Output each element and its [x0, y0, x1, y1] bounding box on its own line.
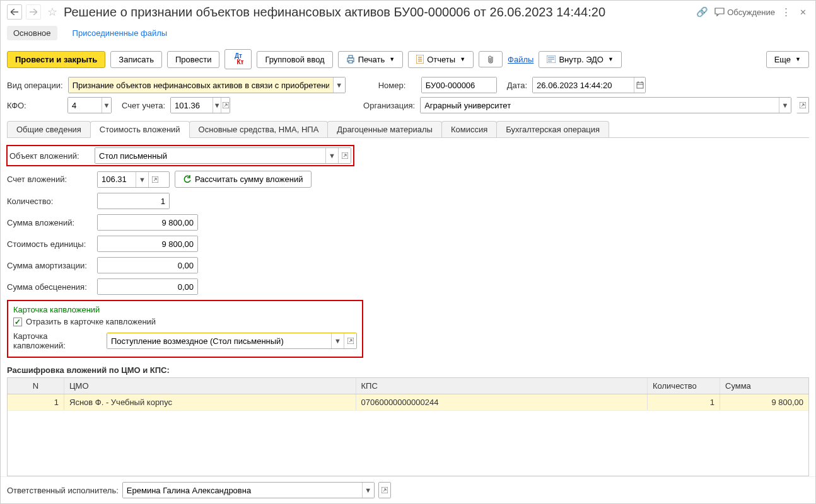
column-kps[interactable]: КПС — [356, 378, 648, 394]
tab-accounting[interactable]: Бухгалтерская операция — [496, 121, 609, 137]
refresh-icon — [183, 175, 192, 184]
amortization-field[interactable] — [97, 257, 198, 273]
number-input[interactable] — [422, 77, 496, 93]
dropdown-button[interactable]: ▼ — [213, 98, 221, 113]
save-button[interactable]: Записать — [110, 51, 162, 68]
group-input-button[interactable]: Групповой ввод — [257, 51, 332, 68]
discussion-button[interactable]: Обсуждение — [714, 8, 775, 17]
files-link[interactable]: Файлы — [508, 55, 533, 64]
more-menu-icon[interactable]: ⋮ — [781, 6, 791, 18]
investment-object-label: Объект вложений: — [9, 151, 90, 161]
kfo-input[interactable] — [68, 98, 102, 113]
more-button[interactable]: Еще ▼ — [766, 51, 809, 68]
section-tab-attached-files[interactable]: Присоединенные файлы — [66, 26, 174, 40]
discussion-label: Обсуждение — [727, 8, 775, 17]
open-button[interactable] — [338, 148, 351, 163]
kfo-field[interactable]: ▼ — [67, 97, 112, 113]
column-cmo[interactable]: ЦМО — [64, 378, 356, 394]
open-button[interactable] — [148, 172, 161, 187]
organization-input[interactable] — [421, 98, 779, 113]
caret-down-icon: ▼ — [389, 56, 395, 62]
open-button[interactable] — [379, 483, 390, 498]
unit-cost-label: Стоимость единицы: — [7, 239, 92, 249]
column-n[interactable]: N — [8, 378, 64, 394]
dropdown-button[interactable]: ▼ — [779, 98, 791, 113]
calendar-icon — [636, 81, 644, 89]
link-icon[interactable]: 🔗 — [696, 6, 708, 18]
more-label: Еще — [774, 55, 791, 64]
capital-card-label: Карточка капвложений: — [13, 331, 102, 350]
quantity-input[interactable] — [98, 193, 169, 209]
responsible-field[interactable]: ▼ — [122, 482, 375, 498]
close-button[interactable]: ✕ — [797, 8, 809, 17]
investment-object-field[interactable]: ▼ — [95, 147, 351, 164]
capital-card-title: Карточка капвложений — [13, 305, 357, 314]
amortization-input[interactable] — [98, 258, 197, 273]
responsible-input[interactable] — [123, 483, 362, 498]
arrow-right-icon — [30, 9, 37, 15]
cell-n: 1 — [8, 394, 64, 410]
investment-account-input[interactable] — [98, 172, 136, 187]
print-button[interactable]: Печать ▼ — [338, 51, 404, 68]
dropdown-button[interactable]: ▼ — [333, 77, 345, 93]
dropdown-button[interactable]: ▼ — [331, 333, 344, 348]
column-sum[interactable]: Сумма — [720, 378, 808, 394]
svg-rect-1 — [349, 55, 353, 58]
svg-rect-8 — [637, 83, 643, 88]
investment-object-input[interactable] — [95, 148, 325, 163]
post-and-close-button[interactable]: Провести и закрыть — [7, 51, 105, 68]
open-button[interactable] — [221, 98, 230, 113]
arrow-left-icon — [11, 9, 18, 15]
section-tab-main[interactable]: Основное — [7, 26, 57, 40]
favorite-star-icon[interactable]: ☆ — [47, 5, 57, 19]
recalculate-button[interactable]: Рассчитать сумму вложений — [175, 171, 312, 188]
investment-sum-input[interactable] — [98, 215, 197, 230]
responsible-open[interactable] — [378, 482, 391, 498]
print-label: Печать — [358, 55, 385, 64]
table-row[interactable]: 1 Яснов Ф. - Учебный корпус 070600000000… — [8, 394, 808, 411]
unit-cost-field[interactable] — [97, 236, 198, 252]
investment-sum-field[interactable] — [97, 214, 198, 231]
tab-precious[interactable]: Драгоценные материалы — [327, 121, 442, 137]
tab-commission[interactable]: Комиссия — [441, 121, 497, 137]
date-field[interactable] — [532, 77, 646, 93]
reports-button[interactable]: Отчеты ▼ — [408, 51, 474, 68]
investment-account-field[interactable]: ▼ — [97, 171, 170, 188]
impairment-label: Сумма обесценения: — [7, 282, 92, 292]
operation-type-input[interactable] — [69, 77, 333, 93]
internal-edo-button[interactable]: Внутр. ЭДО ▼ — [539, 51, 622, 68]
dropdown-button[interactable]: ▼ — [136, 172, 148, 187]
column-quantity[interactable]: Количество — [648, 378, 720, 394]
unit-cost-input[interactable] — [98, 236, 197, 251]
organization-open[interactable] — [796, 97, 809, 113]
post-button[interactable]: Провести — [167, 51, 220, 68]
organization-field[interactable]: ▼ — [420, 97, 791, 113]
investment-sum-label: Сумма вложений: — [7, 218, 92, 227]
impairment-input[interactable] — [98, 279, 197, 294]
operation-type-field[interactable]: ▼ — [68, 77, 346, 93]
nav-forward-button[interactable] — [26, 4, 41, 20]
attach-button[interactable] — [479, 51, 503, 67]
capital-card-input[interactable] — [107, 333, 331, 348]
reflect-in-card-checkbox[interactable]: ✓ Отразить в карточке капвложений — [13, 317, 357, 326]
calendar-button[interactable] — [634, 77, 645, 93]
dropdown-button[interactable]: ▼ — [325, 148, 338, 163]
dropdown-button[interactable]: ▼ — [102, 98, 111, 113]
account-field[interactable]: ▼ — [170, 97, 230, 113]
quantity-field[interactable] — [97, 193, 170, 209]
nav-back-button[interactable] — [7, 4, 22, 20]
paperclip-icon — [487, 55, 494, 64]
dt-kt-button[interactable]: ДтКт — [224, 49, 252, 69]
tab-general[interactable]: Общие сведения — [7, 121, 91, 137]
account-input[interactable] — [171, 98, 213, 113]
account-label: Счет учета: — [122, 101, 165, 110]
open-button[interactable] — [344, 333, 356, 348]
dropdown-button[interactable]: ▼ — [362, 483, 374, 498]
tab-assets[interactable]: Основные средства, НМА, НПА — [189, 121, 329, 137]
open-button[interactable] — [796, 98, 808, 113]
capital-card-field[interactable]: ▼ — [107, 333, 357, 349]
tab-cost[interactable]: Стоимость вложений — [90, 121, 190, 138]
cell-quantity: 1 — [648, 394, 720, 410]
date-input[interactable] — [533, 77, 634, 93]
impairment-field[interactable] — [97, 278, 198, 295]
